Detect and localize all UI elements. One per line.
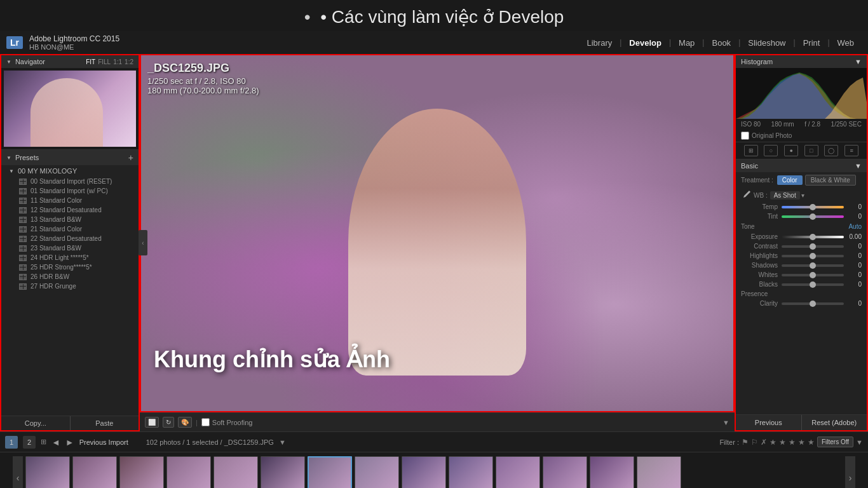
preset-item[interactable]: 24 HDR Light *****5* [1, 253, 139, 262]
contrast-slider[interactable] [782, 245, 844, 248]
view-btn-2[interactable]: 2 [23, 436, 36, 449]
paste-button[interactable]: Paste [71, 416, 139, 430]
filmstrip-next[interactable]: › [845, 456, 855, 489]
color-tool[interactable]: 🎨 [178, 417, 192, 428]
nav-print[interactable]: Print [796, 31, 828, 54]
filters-off-btn[interactable]: Filters Off [817, 437, 853, 447]
nav-1-1[interactable]: 1:1 [113, 58, 122, 65]
tone-icon-grid[interactable]: ⊞ [744, 145, 758, 156]
flag-filter2[interactable]: ⚐ [751, 438, 758, 447]
filmstrip-thumb[interactable] [590, 456, 634, 489]
presets-add-button[interactable]: + [128, 152, 133, 163]
preset-item[interactable]: 26 HDR B&W [1, 272, 139, 281]
rotate-tool[interactable]: ↻ [163, 417, 174, 428]
preset-item[interactable]: 23 Standard B&W [1, 243, 139, 253]
highlights-slider[interactable] [782, 255, 844, 257]
shadows-thumb[interactable] [810, 262, 816, 269]
filmstrip-thumb[interactable] [402, 456, 446, 489]
navigator-section: ▼ Navigator FIT FILL 1:1 1:2 [1, 55, 139, 150]
temp-thumb[interactable] [810, 204, 816, 210]
preset-item[interactable]: 12 Standard Desaturated [1, 205, 139, 215]
soft-proofing-checkbox[interactable] [201, 418, 210, 426]
tone-icon-filled[interactable]: ● [784, 145, 798, 156]
wb-dropdown[interactable]: ▾ [801, 192, 804, 199]
star-filter-3[interactable]: ★ [789, 438, 796, 447]
highlights-thumb[interactable] [810, 253, 816, 259]
toolbar-right: ▼ [722, 419, 729, 426]
filters-dropdown[interactable]: ▼ [856, 438, 863, 446]
tone-auto-btn[interactable]: Auto [848, 223, 862, 230]
filmstrip-thumb[interactable] [166, 456, 211, 489]
filmstrip-thumb[interactable] [637, 456, 681, 489]
exposure-thumb[interactable] [810, 234, 816, 240]
blacks-slider[interactable] [782, 283, 844, 286]
tone-icon-square[interactable]: □ [804, 145, 818, 156]
filmstrip-thumb[interactable] [355, 456, 399, 489]
original-photo-checkbox[interactable] [741, 132, 749, 140]
nav-map[interactable]: Map [671, 31, 702, 54]
nav-library[interactable]: Library [579, 31, 620, 54]
photo-dropdown[interactable]: ▼ [279, 438, 286, 446]
tone-icon-circle[interactable]: ○ [764, 145, 778, 156]
filmstrip-prev[interactable]: ‹ [13, 456, 23, 489]
treatment-bw-btn[interactable]: Black & White [805, 175, 856, 186]
whites-thumb[interactable] [810, 272, 816, 278]
next-arrow[interactable]: ► [65, 437, 74, 447]
filmstrip-thumb[interactable] [72, 456, 117, 489]
grid-icon[interactable]: ⊞ [41, 438, 46, 446]
left-panel-collapse[interactable]: ‹ [139, 230, 147, 255]
tone-icon-adjust[interactable]: ≡ [844, 145, 858, 156]
nav-fill[interactable]: FILL [98, 58, 111, 65]
clarity-thumb[interactable] [810, 301, 816, 307]
preset-group[interactable]: ▼ 00 MY MIXOLOGY [1, 165, 139, 177]
reset-button[interactable]: Reset (Adobe) [802, 415, 867, 430]
wb-value[interactable]: As Shot [770, 191, 800, 200]
star-filter-1[interactable]: ★ [770, 438, 776, 447]
whites-slider[interactable] [782, 274, 844, 276]
exposure-slider[interactable] [782, 236, 844, 238]
copy-button[interactable]: Copy... [1, 416, 70, 430]
view-btn-1[interactable]: 1 [5, 436, 18, 449]
nav-1-2[interactable]: 1:2 [125, 58, 133, 65]
clarity-slider[interactable] [782, 302, 844, 305]
eyedropper-icon[interactable] [741, 190, 751, 200]
filmstrip-thumb[interactable] [25, 456, 70, 489]
crop-tool[interactable]: ⬜ [145, 417, 159, 428]
preset-item[interactable]: 22 Standard Desaturated [1, 234, 139, 243]
tone-icon-round[interactable]: ◯ [824, 145, 838, 156]
nav-web[interactable]: Web [830, 31, 862, 54]
filmstrip-thumb[interactable] [308, 456, 352, 489]
prev-arrow[interactable]: ◄ [51, 437, 60, 447]
preset-item[interactable]: 00 Standard Import (RESET) [1, 177, 139, 186]
nav-slideshow[interactable]: Slideshow [740, 31, 793, 54]
reject-filter[interactable]: ✗ [761, 438, 767, 447]
star-filter-5[interactable]: ★ [808, 438, 815, 447]
preset-item[interactable]: 25 HDR Strong*****5* [1, 262, 139, 272]
blacks-thumb[interactable] [810, 281, 816, 288]
filmstrip-thumb[interactable] [119, 456, 164, 489]
filmstrip-thumb[interactable] [261, 456, 305, 489]
star-filter-4[interactable]: ★ [798, 438, 805, 447]
filmstrip-thumb[interactable] [496, 456, 540, 489]
star-filter-2[interactable]: ★ [779, 438, 786, 447]
nav-book[interactable]: Book [704, 31, 738, 54]
previous-button[interactable]: Previous [736, 415, 801, 430]
preset-item[interactable]: 13 Standard B&W [1, 215, 139, 224]
flag-filter[interactable]: ⚑ [742, 438, 749, 447]
tint-slider[interactable] [782, 215, 844, 218]
preset-item[interactable]: 27 HDR Grunge [1, 281, 139, 291]
preset-item[interactable]: 11 Standard Color [1, 196, 139, 205]
shadows-slider[interactable] [782, 264, 844, 267]
tint-thumb[interactable] [810, 214, 816, 220]
filmstrip-thumb[interactable] [543, 456, 587, 489]
nav-fit[interactable]: FIT [86, 58, 95, 65]
toolbar-dropdown-icon[interactable]: ▼ [722, 419, 729, 426]
nav-develop[interactable]: Develop [621, 31, 669, 54]
preset-item[interactable]: 21 Standard Color [1, 224, 139, 234]
contrast-thumb[interactable] [810, 243, 816, 250]
filmstrip-thumb[interactable] [214, 456, 258, 489]
preset-item[interactable]: 01 Standard Import (w/ PC) [1, 186, 139, 196]
treatment-color-btn[interactable]: Color [777, 175, 803, 185]
temp-slider[interactable] [782, 206, 844, 208]
filmstrip-thumb[interactable] [449, 456, 493, 489]
